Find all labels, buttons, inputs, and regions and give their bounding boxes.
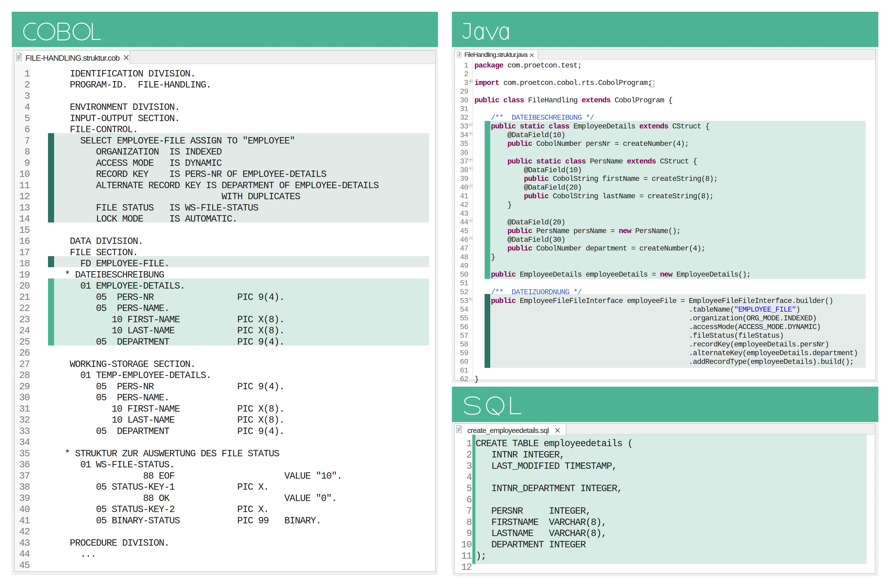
svg-text:J: J	[458, 52, 460, 57]
